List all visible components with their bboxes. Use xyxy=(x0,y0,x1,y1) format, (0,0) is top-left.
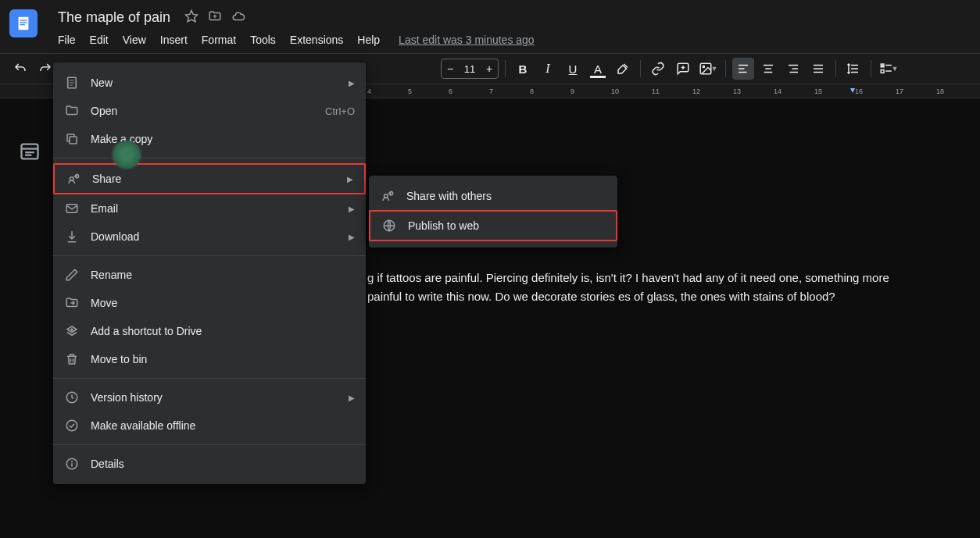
move-folder-icon[interactable] xyxy=(208,9,222,27)
chevron-right-icon: ▶ xyxy=(349,205,355,213)
ruler-tick-label: 8 xyxy=(530,87,534,95)
svg-rect-31 xyxy=(70,137,77,144)
insert-image-button[interactable]: ▼ xyxy=(697,58,719,80)
user-avatar[interactable] xyxy=(113,141,141,169)
app-header: The maple of pain File Edit View Insert … xyxy=(0,0,980,53)
checklist-button[interactable]: ▼ xyxy=(878,58,900,80)
menu-item-label: Email xyxy=(91,202,338,215)
share-submenu: Share with othersPublish to web xyxy=(369,176,617,248)
folder-icon xyxy=(64,103,80,119)
align-justify-button[interactable] xyxy=(807,58,829,80)
svg-point-35 xyxy=(66,420,77,431)
menu-tools[interactable]: Tools xyxy=(244,30,282,49)
add-comment-button[interactable] xyxy=(672,58,694,80)
separator xyxy=(871,60,871,77)
menu-item-add-a-shortcut-to-drive[interactable]: Add a shortcut to Drive xyxy=(53,317,366,345)
text-color-button[interactable]: A xyxy=(587,58,609,80)
ruler-tick-label: 17 xyxy=(896,87,903,95)
globe-icon xyxy=(381,218,397,233)
ruler-tick-label: 16 xyxy=(855,87,863,95)
chevron-right-icon: ▶ xyxy=(349,394,355,402)
share-icon xyxy=(66,171,81,187)
align-left-button[interactable] xyxy=(732,58,754,80)
submenu-item-share-with-others[interactable]: Share with others xyxy=(369,182,617,210)
menu-extensions[interactable]: Extensions xyxy=(284,30,349,49)
menu-format[interactable]: Format xyxy=(195,30,242,49)
chevron-right-icon: ▶ xyxy=(349,233,355,241)
separator xyxy=(640,60,641,77)
menu-item-label: Move xyxy=(91,297,355,309)
font-size-decrease[interactable]: − xyxy=(442,62,459,75)
menu-item-share[interactable]: Share▶ xyxy=(53,163,366,194)
svg-point-38 xyxy=(72,461,73,462)
menu-view[interactable]: View xyxy=(116,30,152,49)
document-text[interactable]: g if tattoos are painful. Piercing defin… xyxy=(367,269,899,306)
font-size-increase[interactable]: + xyxy=(481,62,498,75)
italic-button[interactable]: I xyxy=(537,58,559,80)
info-icon xyxy=(64,456,80,472)
bold-button[interactable]: B xyxy=(512,58,534,80)
menu-item-rename[interactable]: Rename xyxy=(53,261,366,289)
svg-rect-1 xyxy=(20,20,27,20)
menu-item-label: Rename xyxy=(91,269,355,281)
menu-item-details[interactable]: Details xyxy=(53,450,366,478)
highlight-button[interactable] xyxy=(612,58,634,80)
title-row: The maple of pain xyxy=(52,6,971,29)
svg-rect-3 xyxy=(20,24,24,25)
indent-marker-icon[interactable]: ▾ xyxy=(850,84,855,95)
submenu-item-publish-to-web[interactable]: Publish to web xyxy=(369,210,617,241)
menu-edit[interactable]: Edit xyxy=(84,30,115,49)
svg-marker-4 xyxy=(186,10,198,21)
cloud-status-icon[interactable] xyxy=(231,9,245,27)
menu-item-version-history[interactable]: Version history▶ xyxy=(53,383,366,412)
menu-item-download[interactable]: Download▶ xyxy=(53,223,366,251)
line-spacing-button[interactable] xyxy=(842,58,864,80)
align-right-button[interactable] xyxy=(782,58,804,80)
menubar: File Edit View Insert Format Tools Exten… xyxy=(52,30,971,49)
menu-item-label: Share xyxy=(92,173,336,185)
last-edit-link[interactable]: Last edit was 3 minutes ago xyxy=(399,34,535,46)
menu-shortcut: Ctrl+O xyxy=(325,105,355,117)
menu-item-make-available-offline[interactable]: Make available offline xyxy=(53,412,366,440)
underline-button[interactable]: U xyxy=(562,58,584,80)
rename-icon xyxy=(64,267,80,283)
insert-link-button[interactable] xyxy=(647,58,669,80)
ruler-tick-label: 14 xyxy=(774,87,781,95)
star-icon[interactable] xyxy=(184,9,199,27)
menu-item-make-a-copy[interactable]: Make a copy xyxy=(53,125,366,153)
menu-item-label: Download xyxy=(91,230,338,243)
share-icon xyxy=(380,188,395,204)
outline-toggle-icon[interactable] xyxy=(19,141,41,162)
ruler-tick-label: 5 xyxy=(408,87,412,95)
docs-logo[interactable] xyxy=(9,9,38,37)
ruler-tick-label: 9 xyxy=(570,87,574,95)
history-icon xyxy=(64,390,80,405)
menu-item-open[interactable]: OpenCtrl+O xyxy=(53,97,366,125)
chevron-right-icon: ▶ xyxy=(347,175,353,183)
separator xyxy=(835,60,836,77)
menu-item-new[interactable]: New▶ xyxy=(53,69,366,97)
separator xyxy=(725,60,726,77)
menu-file[interactable]: File xyxy=(52,30,82,49)
menu-item-email[interactable]: Email▶ xyxy=(53,194,366,223)
submenu-item-label: Publish to web xyxy=(408,219,605,232)
document-title[interactable]: The maple of pain xyxy=(52,6,177,29)
chevron-down-icon: ▼ xyxy=(711,65,718,73)
move-icon xyxy=(64,295,80,311)
chevron-down-icon: ▼ xyxy=(892,65,899,73)
font-size-value[interactable]: 11 xyxy=(459,63,481,75)
shortcut-icon xyxy=(64,323,80,339)
menu-insert[interactable]: Insert xyxy=(154,30,194,49)
menu-help[interactable]: Help xyxy=(351,30,386,49)
menu-divider xyxy=(53,255,366,256)
menu-item-move[interactable]: Move xyxy=(53,289,366,317)
menu-item-label: Version history xyxy=(91,391,338,404)
undo-button[interactable] xyxy=(9,58,31,80)
offline-icon xyxy=(64,418,80,433)
file-menu-dropdown: New▶OpenCtrl+OMake a copyShare▶Email▶Dow… xyxy=(53,62,366,484)
menu-item-move-to-bin[interactable]: Move to bin xyxy=(53,345,366,373)
align-center-button[interactable] xyxy=(757,58,779,80)
menu-item-label: Move to bin xyxy=(91,353,355,365)
body-text: g if tattoos are painful. Piercing defin… xyxy=(367,271,889,303)
copy-icon xyxy=(64,131,80,147)
